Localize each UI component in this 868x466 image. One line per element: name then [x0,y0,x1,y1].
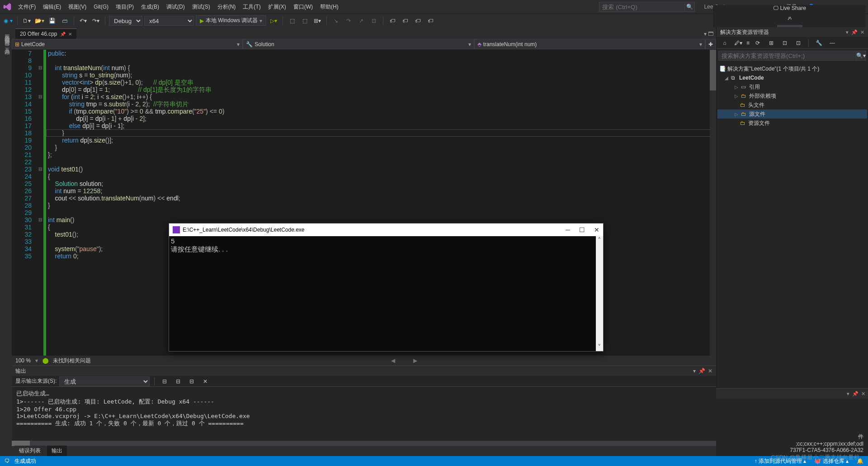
tab-overflow-icon[interactable]: ▾ 🗖 [701,29,716,39]
menu-item[interactable]: Git(G) [90,2,112,12]
clear-output-icon[interactable]: ✕ [200,376,211,387]
step-out-icon: ↗ [356,15,367,26]
menu-item[interactable]: 测试(S) [189,1,214,13]
feedback-icon[interactable]: ዶ [788,15,792,21]
menu-item[interactable]: 生成(B) [137,1,163,13]
split-editor-icon[interactable]: ✚ [705,39,716,49]
panel-close-icon[interactable]: ✕ [708,368,712,374]
menu-item[interactable]: 编辑(E) [39,1,65,13]
menu-item[interactable]: 视图(V) [65,1,90,13]
console-titlebar[interactable]: E:\C++_Learn\LeetCode\x64\Debug\LeetCode… [169,223,603,236]
prev-issue-icon[interactable]: ◀ [391,357,395,364]
panel-close-icon[interactable]: ✕ [860,29,864,35]
refresh-icon[interactable]: ⟳ [752,38,763,48]
output-scrollbar[interactable] [12,441,716,446]
open-icon[interactable]: 📂▾ [34,15,45,26]
menu-item[interactable]: 工具(T) [239,1,264,13]
properties-icon[interactable]: 🔧 [813,38,824,48]
next-issue-icon[interactable]: ▶ [413,357,417,364]
prop-line: ;cc;cxx;c++;cppm;ixx;def;odl [721,441,863,447]
solution-root[interactable]: 解决方案"LeetCode"(1 个项目/共 1 个) [727,65,819,73]
live-share-button[interactable]: 🖵 Live Share [773,5,806,11]
tool-icon[interactable]: — [827,38,838,48]
tree-node[interactable]: 外部依赖项 [749,92,776,100]
menu-item[interactable]: 文件(F) [14,1,39,13]
toolbar-icon[interactable]: 🏷 [425,15,436,26]
show-all-icon[interactable]: ⊡ [779,38,790,48]
prop-line: 件 [721,433,863,441]
panel-pin-icon[interactable]: 📌 [851,29,858,35]
console-scrollbar[interactable]: ˄˅ [596,236,603,351]
menu-item[interactable]: 扩展(X) [264,1,290,13]
solution-tree[interactable]: 📑解决方案"LeetCode"(1 个项目/共 1 个) ◢⧉LeetCode … [717,62,868,129]
platform-select[interactable]: x64 [144,16,194,26]
server-explorer-tab[interactable]: 服务器资源管理器 [1,30,11,37]
toolbar-icon[interactable]: 🏷 [387,15,398,26]
output-tool-icon[interactable]: ⊟ [186,376,197,387]
start-debug-button[interactable]: ▶本地 Windows 调试器▾ [196,15,266,26]
config-select[interactable]: Debug [109,16,142,26]
output-tab[interactable]: 输出 [47,446,67,456]
toolbar-icon[interactable]: 🏷 [412,15,423,26]
panel-close-icon[interactable]: ✕ [861,391,865,397]
tool-icon[interactable]: ⊡ [793,38,804,48]
console-window[interactable]: E:\C++_Learn\LeetCode\x64\Debug\LeetCode… [169,223,604,352]
status-message: 生成成功 [14,457,36,465]
output-log[interactable]: 已启动生成… 1>------ 已启动生成: 项目: LeetCode, 配置:… [12,387,716,441]
toolbar-icon[interactable]: ⬚ [287,15,297,26]
project-node[interactable]: LeetCode [739,75,764,81]
panel-menu-icon[interactable]: ▾ [846,29,849,35]
left-tool-tabs[interactable]: 服务器资源管理器 工具箱 [0,27,12,456]
output-tool-icon[interactable]: ⊟ [159,376,170,387]
home-icon[interactable]: ⌂ [719,38,730,48]
close-tab-icon[interactable]: ✕ [68,32,72,37]
tree-node[interactable]: 头文件 [748,101,764,109]
tree-node-selected[interactable]: 源文件 [749,110,765,118]
toolbar-icon[interactable]: ⬚ [299,15,310,26]
save-icon[interactable]: 💾 [47,15,57,26]
document-tab[interactable]: 20 Offer 46.cpp 📌 ✕ [15,29,76,39]
tool-icon[interactable]: ≡ [746,40,750,46]
save-all-icon[interactable]: 🗃 [59,15,70,26]
menu-item[interactable]: 分析(N) [214,1,240,13]
menu-item[interactable]: 项目(P) [112,1,137,13]
search-input[interactable] [599,2,685,12]
toolbox-tab[interactable]: 工具箱 [1,43,11,46]
error-list-tab[interactable]: 错误列表 [14,446,45,456]
editor-status-strip: 100 %▾ ⬤ 未找到相关问题 ◀▶ [12,356,716,366]
namespace-select[interactable]: ⊞LeetCode▾ [12,39,243,49]
output-source-select[interactable]: 生成 [59,376,150,386]
tree-node[interactable]: 资源文件 [748,119,770,127]
maximize-button[interactable]: ☐ [579,226,585,233]
panel-pin-icon[interactable]: 📌 [852,391,859,397]
panel-menu-icon[interactable]: ▾ [693,368,696,374]
tree-node[interactable]: 引用 [749,83,760,91]
tool-icon[interactable]: ⊞ [766,38,777,48]
new-project-icon[interactable]: 🗋▾ [21,15,32,26]
zoom-level[interactable]: 100 % [15,357,31,364]
close-button[interactable]: ✕ [594,226,599,233]
class-select[interactable]: 🔧Solution▾ [243,39,474,49]
menu-item[interactable]: 帮助(H) [316,1,342,13]
menu-item[interactable]: 窗口(W) [290,1,316,13]
panel-menu-icon[interactable]: ▾ [847,391,849,397]
menu-item[interactable]: 调试(D) [163,1,189,13]
editor-scrollbar[interactable] [710,50,716,356]
solution-search-input[interactable] [718,51,856,61]
tool-icon[interactable]: 🖉▾ [733,38,744,48]
redo-icon[interactable]: ↷▾ [90,15,101,26]
console-output[interactable]: 5 请按任意键继续. . . ˄˅ [169,236,603,351]
panel-pin-icon[interactable]: 📌 [698,368,705,374]
start-without-debug-icon[interactable]: ▷▾ [268,15,279,26]
search-icon[interactable]: 🔍▾ [856,51,866,61]
output-tool-icon[interactable]: ⊟ [173,376,184,387]
prop-line: 737F1-C7A5-4376-A066-2A32 [721,447,863,453]
toolbar-icon[interactable]: ⊞▾ [312,15,323,26]
back-nav-icon[interactable]: ◉ ▾ [3,15,14,26]
toolbar-icon[interactable]: 🏷 [400,15,410,26]
member-select[interactable]: ⬘translateNum(int num)▾ [474,39,705,49]
undo-icon[interactable]: ↶▾ [78,15,89,26]
minimize-button[interactable]: ─ [566,226,570,233]
search-icon[interactable]: 🔍 [685,2,695,12]
pin-icon[interactable]: 📌 [60,32,66,37]
